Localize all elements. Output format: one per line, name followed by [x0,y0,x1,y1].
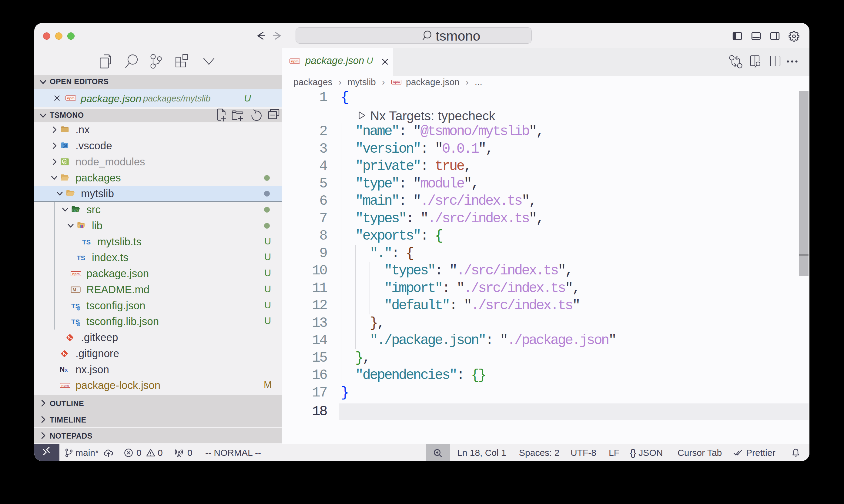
svg-text:N: N [60,366,65,372]
svg-text:x: x [65,367,68,372]
svg-text:M↓: M↓ [73,287,78,292]
svg-text:npm: npm [72,272,80,276]
svg-text:npm: npm [61,384,69,388]
svg-text:npm: npm [67,96,74,100]
svg-text:TS: TS [82,238,91,246]
svg-text:⟨/⟩: ⟨/⟩ [74,209,78,212]
svg-text:npm: npm [393,80,400,84]
svg-text:TS: TS [77,254,85,262]
svg-text:npm: npm [291,59,298,63]
svg-text:JS: JS [63,160,66,163]
